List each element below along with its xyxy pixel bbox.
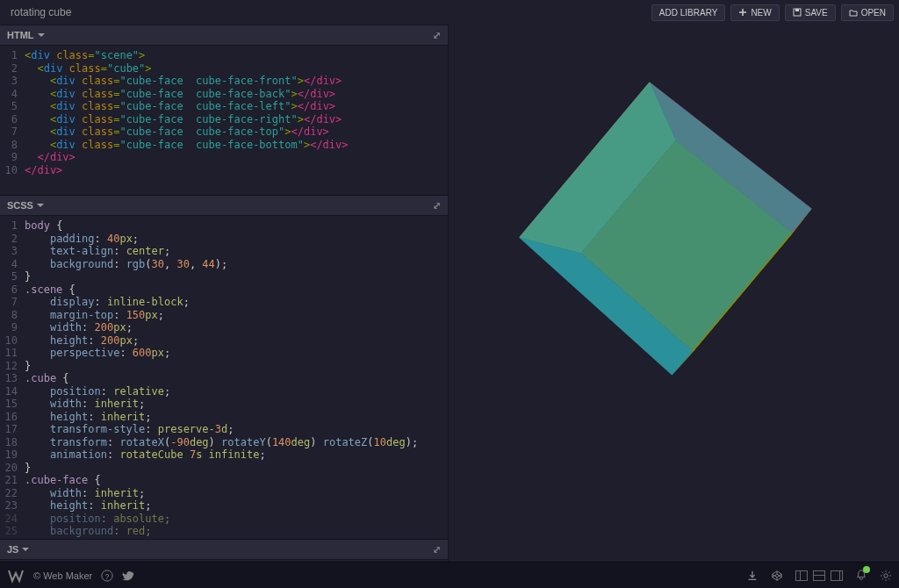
help-icon[interactable]: ?	[101, 570, 113, 582]
preview-cube	[584, 160, 743, 293]
html-pane-header[interactable]: HTML ⤢	[0, 25, 448, 46]
layout-2-button[interactable]	[813, 570, 825, 581]
scss-lang-label: SCSS	[7, 200, 33, 211]
new-button[interactable]: NEW	[730, 4, 779, 21]
js-pane-header[interactable]: JS ⤢	[0, 539, 448, 560]
svg-rect-1	[795, 9, 799, 11]
notification-dot	[863, 566, 870, 573]
expand-scss-icon[interactable]: ⤢	[433, 200, 441, 212]
html-lang-label: HTML	[7, 30, 34, 40]
download-icon[interactable]	[746, 570, 759, 582]
layout-3-button[interactable]	[831, 570, 843, 581]
add-library-label: ADD LIBRARY	[659, 8, 718, 18]
html-editor[interactable]: 1<div class="scene">2 <div class="cube">…	[0, 46, 448, 195]
webmaker-logo-icon[interactable]	[7, 567, 25, 584]
twitter-icon[interactable]	[122, 570, 134, 582]
js-lang-selector[interactable]: JS	[7, 544, 29, 555]
notifications-button[interactable]	[855, 569, 867, 583]
open-button[interactable]: OPEN	[841, 4, 894, 21]
plus-icon	[738, 8, 747, 17]
preview-pane	[449, 25, 899, 562]
svg-point-4	[884, 573, 888, 577]
svg-text:?: ?	[105, 571, 110, 580]
open-label: OPEN	[861, 8, 886, 18]
settings-icon[interactable]	[880, 570, 892, 582]
save-button[interactable]: SAVE	[785, 4, 836, 21]
scss-lang-selector[interactable]: SCSS	[7, 200, 44, 211]
scss-editor[interactable]: 1body {2 padding: 40px;3 text-align: cen…	[0, 216, 448, 539]
codepen-icon[interactable]	[771, 570, 783, 582]
main: HTML ⤢ 1<div class="scene">2 <div class=…	[0, 25, 899, 562]
footer-left: © Web Maker ?	[7, 567, 134, 584]
folder-icon	[849, 8, 858, 17]
editors-column: HTML ⤢ 1<div class="scene">2 <div class=…	[0, 25, 449, 562]
layout-switcher	[795, 570, 843, 581]
project-title[interactable]: rotating cube	[5, 6, 71, 18]
preview-scene	[586, 147, 762, 323]
js-lang-label: JS	[7, 544, 18, 555]
footer-right	[746, 569, 892, 583]
cube-face-top	[519, 82, 812, 375]
chevron-down-icon	[38, 33, 45, 37]
footer: © Web Maker ?	[0, 562, 899, 588]
chevron-down-icon	[22, 548, 29, 551]
layout-1-button[interactable]	[795, 570, 808, 581]
top-bar: rotating cube ADD LIBRARY NEW SAVE OPEN	[0, 0, 899, 25]
expand-js-icon[interactable]: ⤢	[433, 544, 441, 556]
add-library-button[interactable]: ADD LIBRARY	[651, 4, 726, 21]
new-label: NEW	[751, 8, 771, 18]
html-lang-selector[interactable]: HTML	[7, 30, 45, 40]
save-label: SAVE	[805, 8, 828, 18]
brand-label: © Web Maker	[33, 570, 92, 581]
chevron-down-icon	[37, 204, 44, 207]
save-icon	[793, 8, 802, 17]
top-buttons: ADD LIBRARY NEW SAVE OPEN	[651, 4, 894, 21]
scss-pane-header[interactable]: SCSS ⤢	[0, 195, 448, 216]
